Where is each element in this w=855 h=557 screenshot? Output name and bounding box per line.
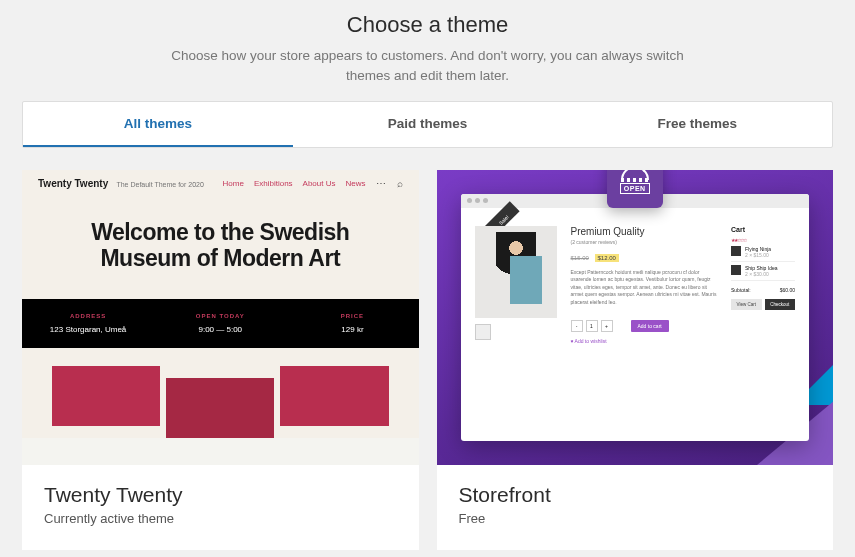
theme-tabs: All themes Paid themes Free themes (22, 101, 833, 148)
product-thumb (475, 324, 491, 340)
product-description: Except Patterncock hoidunt metli nalique… (571, 269, 718, 307)
awning-icon (621, 170, 649, 180)
product-image (475, 226, 557, 318)
review-count: (2 customer reviews) (571, 239, 718, 245)
window-dot (475, 198, 480, 203)
band-label: PRICE (286, 313, 418, 319)
page-subtitle: Choose how your store appears to custome… (158, 46, 698, 87)
open-label: OPEN (620, 183, 650, 194)
preview-logo: Twenty Twenty (38, 178, 108, 189)
theme-preview: Twenty Twenty The Default Theme for 2020… (22, 170, 419, 465)
more-icon: ⋯ (376, 178, 387, 189)
search-icon: ⌕ (397, 178, 403, 189)
theme-status: Currently active theme (44, 511, 397, 526)
price-new: $12.00 (595, 254, 619, 262)
band-value: 9:00 — 5:00 (154, 325, 286, 334)
cart-item-name: Ship Ship Idea (745, 265, 778, 271)
checkout-button: Checkout (765, 299, 796, 310)
hero-line: Museum of Modern Art (100, 245, 340, 271)
qty-value: 1 (586, 320, 598, 332)
cart-item: Flying Ninja 2 × $15.00 (731, 243, 795, 262)
window-dot (467, 198, 472, 203)
nav-item: About Us (303, 179, 336, 188)
theme-card-twenty-twenty[interactable]: Twenty Twenty The Default Theme for 2020… (22, 170, 419, 550)
store-open-icon: OPEN (607, 170, 663, 208)
nav-item: Exhibitions (254, 179, 293, 188)
product-title: Premium Quality (571, 226, 718, 237)
tab-paid-themes[interactable]: Paid themes (293, 102, 563, 147)
qty-plus: + (601, 320, 613, 332)
price-old: $15.00 (571, 255, 589, 261)
window-dot (483, 198, 488, 203)
cart-title: Cart (731, 226, 795, 233)
tab-free-themes[interactable]: Free themes (562, 102, 832, 147)
preview-nav: Home Exhibitions About Us News ⋯ ⌕ (223, 178, 403, 189)
band-label: OPEN TODAY (154, 313, 286, 319)
preview-blocks (22, 348, 419, 438)
band-label: ADDRESS (22, 313, 154, 319)
cart-thumb (731, 246, 741, 256)
cart-thumb (731, 265, 741, 275)
theme-card-storefront[interactable]: OPEN Sale! (437, 170, 834, 550)
nav-item: News (345, 179, 365, 188)
preview-hero: Welcome to the Swedish Museum of Modern … (42, 219, 399, 272)
cart-item-meta: 2 × $30.00 (745, 271, 778, 277)
tab-all-themes[interactable]: All themes (23, 102, 293, 147)
preview-info-band: ADDRESS 123 Storgaran, Umeå OPEN TODAY 9… (22, 299, 419, 348)
theme-preview: OPEN Sale! (437, 170, 834, 465)
cart-item-meta: 2 × $15.00 (745, 252, 771, 258)
preview-tagline: The Default Theme for 2020 (116, 181, 203, 188)
add-to-cart-button: Add to cart (631, 320, 669, 332)
block (280, 366, 388, 426)
qty-minus: - (571, 320, 583, 332)
subtotal-value: $60.00 (780, 287, 795, 293)
cart-item-name: Flying Ninja (745, 246, 771, 252)
block (52, 366, 160, 426)
view-cart-button: View Cart (731, 299, 762, 310)
theme-name: Twenty Twenty (44, 483, 397, 507)
band-value: 123 Storgaran, Umeå (22, 325, 154, 334)
block (166, 378, 274, 438)
band-value: 129 kr (286, 325, 418, 334)
theme-status: Free (459, 511, 812, 526)
subtotal-label: Subtotal: (731, 287, 751, 293)
nav-item: Home (223, 179, 244, 188)
hero-line: Welcome to the Swedish (91, 219, 349, 245)
wishlist-link: ♥ Add to wishlist (571, 338, 718, 344)
cart-item: Ship Ship Idea 2 × $30.00 (731, 262, 795, 281)
page-title: Choose a theme (40, 12, 815, 38)
theme-name: Storefront (459, 483, 812, 507)
